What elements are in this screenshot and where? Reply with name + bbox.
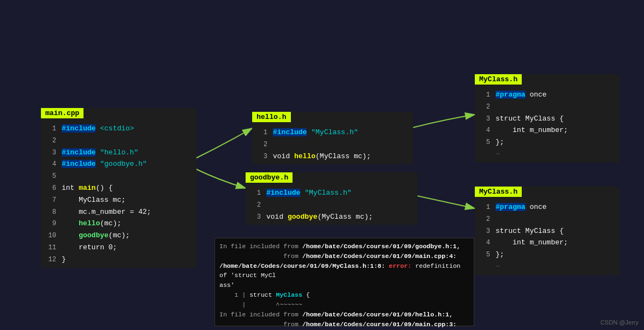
goodbye-line-1: 1 #include "MyClass.h": [250, 187, 413, 199]
line-5: 5: [45, 170, 192, 182]
main-cpp-panel: main.cpp 1 #include <cstdio> 2 3 #includ…: [41, 108, 196, 268]
hello-h-body: 1 #include "MyClass.h" 2 3 void hello(My…: [252, 124, 413, 164]
myclass-h1-body: 1 #pragma once 2 3 struct MyClass { 4 in…: [475, 87, 619, 163]
watermark: CSDN @Jerry: [600, 319, 639, 326]
terminal-line-4: ass': [219, 280, 469, 290]
terminal-panel: In file included from /home/bate/Codes/c…: [214, 238, 474, 326]
line-10: 10 goodbye(mc);: [45, 230, 192, 242]
goodbye-h-body: 1 #include "MyClass.h" 2 3 void goodbye(…: [246, 185, 418, 225]
goodbye-line-2: 2: [250, 199, 413, 211]
line-9: 9 hello(mc);: [45, 218, 192, 230]
mh1-line-1: 1 #pragma once: [479, 89, 615, 101]
hello-line-1: 1 #include "MyClass.h": [257, 127, 409, 139]
myclass-h2-panel: MyClass.h 1 #pragma once 2 3 struct MyCl…: [475, 187, 619, 275]
hello-h-panel: hello.h 1 #include "MyClass.h" 2 3 void …: [252, 112, 413, 164]
hello-h-title: hello.h: [252, 112, 291, 122]
hello-line-2: 2: [257, 139, 409, 151]
mh1-line-2: 2: [479, 101, 615, 113]
line-1: 1 #include <cstdio>: [45, 123, 192, 135]
myclass-h1-title: MyClass.h: [475, 74, 522, 85]
mh2-line-5: 5 };: [479, 249, 615, 261]
main-cpp-body: 1 #include <cstdio> 2 3 #include "hello.…: [41, 121, 196, 268]
terminal-line-3: /home/bate/Codes/course/01/09/MyClass.h:…: [219, 261, 469, 281]
terminal-line-1: In file included from /home/bate/Codes/c…: [219, 242, 469, 251]
mh2-tilde: ~ ~: [479, 261, 615, 273]
line-4: 4 #include "goodbye.h": [45, 158, 192, 170]
goodbye-h-panel: goodbye.h 1 #include "MyClass.h" 2 3 voi…: [246, 172, 418, 225]
mh2-line-3: 3 struct MyClass {: [479, 225, 615, 237]
mh2-line-4: 4 int m_number;: [479, 237, 615, 249]
line-7: 7 MyClass mc;: [45, 194, 192, 206]
main-cpp-title: main.cpp: [41, 108, 84, 118]
line-2: 2: [45, 135, 192, 147]
terminal-line-5: 1 | struct MyClass {: [219, 290, 469, 300]
terminal-line-6: | ^~~~~~~: [219, 300, 469, 310]
mh1-line-3: 3 struct MyClass {: [479, 113, 615, 125]
mh2-line-2: 2: [479, 213, 615, 225]
myclass-h2-title: MyClass.h: [475, 187, 522, 197]
hello-line-3: 3 void hello(MyClass mc);: [257, 151, 409, 163]
line-3: 3 #include "hello.h": [45, 147, 192, 159]
terminal-line-8: from /home/bate/Codes/course/01/09/main.…: [219, 320, 469, 329]
mh1-line-5: 5 };: [479, 136, 615, 148]
myclass-h1-panel: MyClass.h 1 #pragma once 2 3 struct MyCl…: [475, 74, 619, 163]
goodbye-line-3: 3 void goodbye(MyClass mc);: [250, 211, 413, 223]
line-6: 6 int main() {: [45, 182, 192, 194]
terminal-line-7: In file included from /home/bate/Codes/c…: [219, 310, 469, 320]
mh1-line-4: 4 int m_number;: [479, 124, 615, 136]
mh2-line-1: 1 #pragma once: [479, 201, 615, 213]
line-8: 8 mc.m_number = 42;: [45, 206, 192, 218]
myclass-h2-body: 1 #pragma once 2 3 struct MyClass { 4 in…: [475, 199, 619, 275]
terminal-line-2: from /home/bate/Codes/course/01/09/main.…: [219, 251, 469, 261]
line-11: 11 return 0;: [45, 242, 192, 254]
mh1-tilde: ~ ~: [479, 148, 615, 160]
goodbye-h-title: goodbye.h: [246, 172, 293, 183]
line-12: 12 }: [45, 254, 192, 266]
